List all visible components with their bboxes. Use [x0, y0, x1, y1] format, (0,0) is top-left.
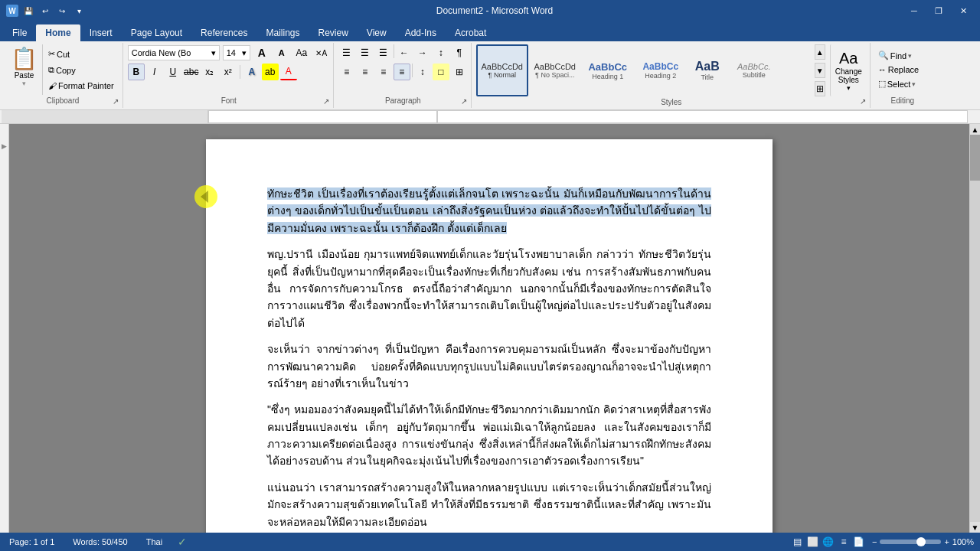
style-heading2-btn[interactable]: AaBbCc Heading 2	[635, 44, 687, 96]
clipboard-dialog-launcher[interactable]: ↗	[110, 96, 121, 106]
center-btn[interactable]: ≡	[357, 64, 374, 80]
tab-review[interactable]: Review	[309, 24, 357, 41]
main-area: ▶ ทักษะชีวิต เป็นเรื่องที่เราต้องเรียนรู…	[0, 124, 980, 533]
font-grow-btn[interactable]: A	[253, 44, 270, 61]
line-spacing-btn[interactable]: ↕	[414, 64, 431, 80]
paragraph-dialog-launcher[interactable]: ↗	[459, 96, 469, 106]
style-title-btn[interactable]: AaB Title	[688, 44, 727, 96]
redo-quick-btn[interactable]: ↪	[55, 4, 69, 18]
zoom-slider[interactable]	[880, 540, 941, 544]
vertical-scrollbar[interactable]: ▲ ▼	[969, 124, 980, 533]
styles-group: AaBbCcDd ¶ Normal AaBbCcDd ¶ No Spaci...…	[473, 43, 871, 108]
tab-add-ins[interactable]: Add-Ins	[396, 24, 446, 41]
styles-scroll-down-btn[interactable]: ▼	[815, 63, 825, 78]
scroll-track[interactable]	[970, 135, 981, 522]
sort-btn[interactable]: ↕	[433, 44, 449, 61]
font-color-btn[interactable]: A	[280, 64, 297, 80]
tab-references[interactable]: References	[191, 24, 256, 41]
save-quick-btn[interactable]: 💾	[21, 4, 35, 18]
select-btn[interactable]: ⬚ Select ▾	[875, 77, 920, 90]
language-indicator[interactable]: Thai	[143, 536, 165, 547]
paste-button[interactable]: 📋 Paste ▾	[6, 44, 43, 95]
tab-insert[interactable]: Insert	[80, 24, 122, 41]
paragraph-1: พญ.ปรานี เมืองน้อย กุมารแพทย์จิตแพทย์เด็…	[267, 246, 711, 331]
find-btn[interactable]: 🔍 Find ▾	[875, 49, 915, 62]
subscript-btn[interactable]: x₂	[201, 64, 218, 80]
undo-quick-btn[interactable]: ↩	[38, 4, 52, 18]
strikethrough-btn[interactable]: abc	[183, 64, 200, 80]
align-left-btn[interactable]: ≡	[338, 64, 355, 80]
doc-page: ทักษะชีวิต เป็นเรื่องที่เราต้องเรียนรู้ต…	[206, 139, 773, 533]
text-effects-btn[interactable]: A	[243, 64, 260, 80]
font-name-combo[interactable]: Cordia New (Bo ▾	[128, 45, 220, 60]
scroll-thumb[interactable]	[970, 135, 981, 181]
numbering-btn[interactable]: ☰	[357, 44, 374, 61]
justify-btn[interactable]: ≡	[394, 64, 410, 80]
words-indicator[interactable]: Words: 50/450	[70, 536, 130, 547]
zoom-percent[interactable]: 100%	[952, 537, 974, 546]
underline-btn[interactable]: U	[165, 64, 181, 80]
italic-btn[interactable]: I	[146, 64, 163, 80]
font-dialog-launcher[interactable]: ↗	[321, 96, 332, 106]
style-heading1-btn[interactable]: AaBbCc Heading 1	[582, 44, 634, 96]
track-changes-indicator: ✓	[178, 536, 187, 548]
tab-acrobat[interactable]: Acrobat	[446, 24, 495, 41]
zoom-in-btn[interactable]: +	[944, 537, 949, 546]
highlight-btn[interactable]: ab	[262, 64, 279, 80]
font-shrink-btn[interactable]: A	[273, 44, 290, 61]
style-normal-btn[interactable]: AaBbCcDd ¶ Normal	[476, 44, 528, 96]
tab-view[interactable]: View	[358, 24, 396, 41]
zoom-out-btn[interactable]: −	[872, 537, 877, 546]
tab-page-layout[interactable]: Page Layout	[122, 24, 191, 41]
draft-btn[interactable]: 📄	[852, 535, 866, 549]
zoom-area: − + 100%	[872, 537, 974, 546]
styles-label: Styles	[476, 96, 867, 108]
styles-scroll-up-btn[interactable]: ▲	[815, 44, 825, 60]
bold-btn[interactable]: B	[128, 64, 145, 80]
customize-quick-btn[interactable]: ▾	[72, 4, 86, 18]
copy-button[interactable]: ⧉ Copy	[46, 64, 116, 76]
restore-btn[interactable]: ❐	[928, 4, 949, 18]
bullets-btn[interactable]: ☰	[338, 44, 355, 61]
change-styles-icon: Aa	[839, 50, 858, 67]
change-styles-btn[interactable]: Aa ChangeStyles ▾	[830, 44, 867, 96]
copy-icon: ⧉	[48, 65, 54, 75]
full-screen-btn[interactable]: ⬜	[806, 535, 820, 549]
close-btn[interactable]: ✕	[952, 4, 974, 18]
format-painter-button[interactable]: 🖌 Format Painter	[46, 80, 116, 91]
multi-level-btn[interactable]: ☰	[375, 44, 392, 61]
doc-container[interactable]: ทักษะชีวิต เป็นเรื่องที่เราต้องเรียนรู้ต…	[9, 124, 969, 533]
shading-btn[interactable]: □	[433, 64, 449, 80]
style-subtitle-btn[interactable]: AaBbCc. Subtitle	[728, 44, 780, 96]
replace-btn[interactable]: ↔ Replace	[875, 64, 922, 76]
styles-more-btn[interactable]: ⊞	[815, 81, 825, 96]
superscript-btn[interactable]: x²	[220, 64, 237, 80]
align-right-btn[interactable]: ≡	[375, 64, 392, 80]
ribbon: 📋 Paste ▾ ✂ Cut ⧉ Copy 🖌 Format P	[0, 41, 980, 110]
paragraph-4: แน่นอนว่า เราสามารถสร้างความสูงให้ในหลาก…	[267, 479, 711, 530]
tab-file[interactable]: File	[3, 24, 36, 41]
font-size-combo[interactable]: 14 ▾	[223, 45, 250, 60]
cut-button[interactable]: ✂ Cut	[46, 48, 116, 60]
tab-home[interactable]: Home	[36, 24, 80, 41]
outline-btn[interactable]: ≡	[837, 535, 851, 549]
styles-dialog-launcher[interactable]: ↗	[858, 96, 868, 106]
borders-btn[interactable]: ⊞	[451, 64, 468, 80]
tab-mailings[interactable]: Mailings	[256, 24, 309, 41]
show-marks-btn[interactable]: ¶	[451, 44, 468, 61]
print-layout-btn[interactable]: ▤	[791, 535, 805, 549]
scroll-down-btn[interactable]: ▼	[970, 522, 981, 533]
decrease-indent-btn[interactable]: ←	[396, 44, 413, 61]
scroll-up-btn[interactable]: ▲	[970, 124, 981, 135]
page-indicator[interactable]: Page: 1 of 1	[6, 536, 57, 547]
clipboard-group: 📋 Paste ▾ ✂ Cut ⧉ Copy 🖌 Format P	[3, 43, 123, 108]
select-icon: ⬚	[878, 79, 886, 89]
increase-indent-btn[interactable]: →	[414, 44, 431, 61]
change-case-btn[interactable]: Aa	[293, 44, 310, 61]
style-no-spacing-btn[interactable]: AaBbCcDd ¶ No Spaci...	[529, 44, 581, 96]
left-margin-bar: ▶	[0, 124, 9, 533]
web-layout-btn[interactable]: 🌐	[822, 535, 835, 549]
minimize-btn[interactable]: ─	[903, 4, 925, 18]
heading2-label: Heading 2	[645, 72, 676, 80]
clear-format-btn[interactable]: ✕A	[313, 44, 330, 61]
